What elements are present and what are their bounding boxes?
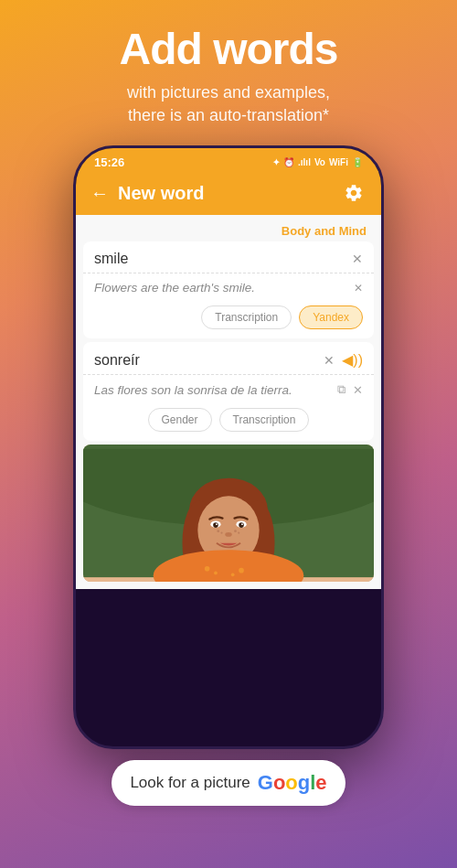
main-headline: Add words <box>120 26 338 74</box>
app-content: Body and Mind smile ✕ Flowers are the ea… <box>76 215 381 589</box>
translation-transcription-button[interactable]: Transcription <box>219 408 310 432</box>
image-section <box>83 445 374 582</box>
svg-point-22 <box>214 572 218 575</box>
status-bar: 15:26 ✦ ⏰ .ılıl Vo WiFi 🔋 <box>76 148 381 173</box>
category-label[interactable]: Body and Mind <box>76 215 381 241</box>
svg-point-17 <box>220 532 222 534</box>
svg-point-18 <box>234 530 237 532</box>
translation-input-row: sonreír ✕ ◀)) <box>83 342 374 375</box>
translation-example-clear-button[interactable]: ✕ <box>353 383 363 397</box>
translation-example-input[interactable]: Las flores son la sonrisa de la tierra. <box>94 383 337 397</box>
gender-button[interactable]: Gender <box>148 408 212 432</box>
status-time: 15:26 <box>94 155 124 169</box>
sub-headline: with pictures and examples, there is an … <box>120 81 338 127</box>
person-photo <box>83 445 374 582</box>
google-bar-text: Look for a picture <box>130 774 250 792</box>
translation-sound-button[interactable]: ◀)) <box>342 351 363 369</box>
status-icons: ✦ ⏰ .ılıl Vo WiFi 🔋 <box>272 157 363 167</box>
svg-point-15 <box>225 532 231 537</box>
person-svg <box>83 445 374 582</box>
phone-mockup: 15:26 ✦ ⏰ .ılıl Vo WiFi 🔋 ← New word Bod… <box>73 145 384 749</box>
example-input[interactable]: Flowers are the earth's smile. <box>94 281 354 295</box>
transcription-button[interactable]: Transcription <box>201 305 292 329</box>
translation-clear-button[interactable]: ✕ <box>324 353 335 368</box>
word-buttons-row: Transcription Yandex <box>83 302 374 338</box>
translation-copy-button[interactable]: ⧉ <box>337 382 345 397</box>
svg-point-23 <box>239 568 244 573</box>
word-input[interactable]: smile <box>94 251 345 267</box>
back-button[interactable]: ← <box>90 183 109 204</box>
google-search-bar[interactable]: Look for a picture Google <box>112 760 345 806</box>
translation-buttons-row: Gender Transcription <box>83 404 374 441</box>
word-clear-button[interactable]: ✕ <box>352 252 363 266</box>
word-input-row: smile ✕ <box>83 241 374 273</box>
svg-point-11 <box>213 522 218 528</box>
svg-point-14 <box>241 523 243 525</box>
svg-point-12 <box>239 522 244 528</box>
translation-input[interactable]: sonreír <box>94 352 324 369</box>
promo-header: Add words with pictures and examples, th… <box>101 0 356 136</box>
word-section: smile ✕ Flowers are the earth's smile. ✕… <box>83 241 374 338</box>
svg-point-21 <box>205 566 210 572</box>
svg-point-16 <box>217 530 219 532</box>
yandex-button[interactable]: Yandex <box>299 305 363 329</box>
svg-point-13 <box>216 523 218 525</box>
example-clear-button[interactable]: ✕ <box>354 282 363 295</box>
svg-point-19 <box>238 532 239 534</box>
screen-title: New word <box>118 183 341 204</box>
example-row: Flowers are the earth's smile. ✕ <box>83 273 374 302</box>
translation-example-row: Las flores son la sonrisa de la tierra. … <box>83 375 374 404</box>
app-header: ← New word <box>76 173 381 215</box>
svg-point-24 <box>231 573 235 577</box>
translation-section: sonreír ✕ ◀)) Las flores son la sonrisa … <box>83 342 374 441</box>
settings-button[interactable] <box>341 180 367 206</box>
google-logo: Google <box>258 771 327 795</box>
